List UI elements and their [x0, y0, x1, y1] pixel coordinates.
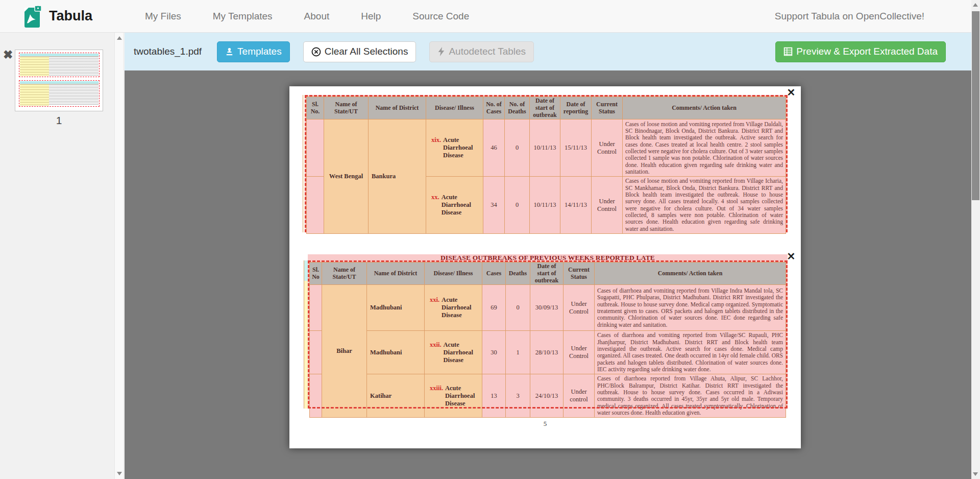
templates-button-label: Templates — [237, 46, 282, 57]
clear-all-selections-button[interactable]: Clear All Selections — [303, 41, 416, 62]
circled-x-icon — [311, 47, 321, 57]
nav-item-my-files[interactable]: My Files — [129, 6, 197, 27]
support-link[interactable]: Support Tabula on OpenCollective! — [775, 11, 924, 22]
cell-deaths: 0 — [506, 285, 530, 331]
cell-district: Madhubani — [367, 331, 425, 374]
tabula-pdf-logo-icon — [22, 5, 43, 28]
cell-disease: xx.Acute Diarrhoeal Disease — [426, 177, 483, 234]
disease-name: Acute Diarrhoeal Disease — [443, 136, 478, 159]
outbreak-table-2: Sl. No Name of State/UT Name of District… — [309, 262, 786, 418]
selection-1-close-icon[interactable]: ✕ — [786, 87, 797, 98]
header-sl-no: Sl. No — [310, 262, 322, 285]
header-cases: No. of Cases — [483, 97, 505, 119]
scroll-up-icon[interactable] — [117, 36, 122, 40]
clear-button-label: Clear All Selections — [325, 46, 408, 57]
autodetect-tables-button[interactable]: Autodetect Tables — [429, 41, 534, 62]
scroll-down-icon[interactable] — [117, 472, 122, 475]
pdf-page-number: 5 — [289, 420, 801, 428]
cell-date-start: 28/10/13 — [530, 331, 564, 374]
cell-status: Under Control — [564, 285, 595, 331]
disease-name: Acute Diarrhoeal Disease — [445, 385, 480, 408]
cell-disease: xix.Acute Diarrhoeal Disease — [426, 119, 483, 177]
header-deaths: No. of Deaths — [505, 97, 530, 119]
table-row: Katihar xxiii.Acute Diarrhoeal Disease 1… — [310, 374, 786, 418]
page-1-thumbnail[interactable] — [15, 50, 103, 111]
row-numeral: xxi. — [430, 296, 439, 319]
table-2-title: DISEASE OUTBREAKS OF PREVIOUS WEEKS REPO… — [308, 254, 788, 262]
preview-export-button[interactable]: Preview & Export Extracted Data — [775, 41, 946, 62]
cell-date-start: 24/10/13 — [530, 374, 564, 418]
cell-comment: Cases of diarrhoea and vomiting reported… — [595, 331, 786, 374]
cell-sl-no — [310, 285, 322, 331]
lightning-bolt-icon — [437, 47, 445, 56]
cell-cases: 13 — [482, 374, 506, 418]
row-numeral: xx. — [431, 194, 439, 217]
cell-comment: Cases of diarrhoea reported from Village… — [595, 374, 786, 418]
table-row: West Bengal Bankura xix.Acute Diarrhoeal… — [307, 119, 786, 177]
thumbnail-selection-2 — [19, 80, 100, 107]
cell-status: Under Control — [592, 119, 623, 177]
window-scrollbar[interactable] — [971, 0, 980, 479]
table-selection-2[interactable]: DISEASE OUTBREAKS OF PREVIOUS WEEKS REPO… — [308, 254, 788, 409]
autodetect-button-label: Autodetect Tables — [449, 46, 526, 57]
cell-state: West Bengal — [324, 119, 369, 234]
header-disease: Disease/ Illness — [426, 97, 483, 119]
nav-item-source-code[interactable]: Source Code — [397, 6, 485, 27]
cell-disease: xxiii.Acute Diarrhoeal Disease — [425, 374, 482, 418]
cell-sl-no — [310, 374, 322, 418]
cell-deaths: 1 — [506, 331, 530, 374]
table-2-header-row: Sl. No Name of State/UT Name of District… — [310, 262, 786, 285]
remove-page-icon[interactable]: ✖ — [3, 49, 13, 61]
outbreak-table-1: Sl. No. Name of State/UT Name of Distric… — [306, 97, 786, 234]
cell-deaths: 3 — [506, 374, 530, 418]
cell-date-start: 10/11/13 — [530, 119, 560, 177]
header-cases: Cases — [482, 262, 506, 285]
cell-district: Bankura — [369, 119, 426, 234]
scrollbar-thumb[interactable] — [972, 11, 979, 200]
header-comments: Comments/ Action taken — [595, 262, 786, 285]
spreadsheet-icon — [783, 47, 793, 56]
pdf-page[interactable]: ✕ ✕ Sl. No. Name of State/UT Name of Dis… — [289, 86, 801, 448]
nav-item-help[interactable]: Help — [345, 6, 397, 27]
row-numeral: xxiii. — [430, 385, 443, 408]
cell-date-reporting: 14/11/13 — [560, 177, 592, 234]
cell-cases: 34 — [483, 177, 505, 234]
cell-deaths: 0 — [505, 119, 530, 177]
scroll-up-icon[interactable] — [973, 3, 978, 7]
cell-date-start: 10/11/13 — [530, 177, 560, 234]
header-state: Name of State/UT — [322, 262, 367, 285]
brand-name: Tabula — [49, 8, 92, 24]
selection-2-close-icon[interactable]: ✕ — [786, 251, 797, 262]
templates-button[interactable]: Templates — [217, 41, 290, 62]
cell-date-reporting: 15/11/13 — [560, 119, 592, 177]
page-thumbnail-sidebar: ✖ 1 — [0, 33, 125, 479]
cell-deaths: 0 — [505, 177, 530, 234]
cell-sl-no — [307, 177, 324, 234]
header-comments: Comments/ Action taken — [623, 97, 786, 119]
cell-cases: 46 — [483, 119, 505, 177]
cell-comment: Cases of loose motion and vomiting repor… — [623, 119, 786, 177]
disease-name: Acute Diarrhoeal Disease — [442, 296, 476, 319]
row-numeral: xxii. — [430, 341, 442, 364]
header-district: Name of District — [369, 97, 426, 119]
nav-item-my-templates[interactable]: My Templates — [197, 6, 288, 27]
scroll-down-icon[interactable] — [973, 472, 978, 476]
pdf-filename: twotables_1.pdf — [134, 46, 202, 57]
header-date-start: Date of start of outbreak — [530, 97, 560, 119]
header-date-reporting: Date of reporting — [560, 97, 592, 119]
nav-item-about[interactable]: About — [288, 6, 346, 27]
table-row: Madhubani xxii.Acute Diarrhoeal Disease … — [310, 331, 786, 374]
sidebar-scrollbar[interactable] — [114, 33, 123, 479]
cell-status: Under Control — [592, 177, 623, 234]
navbar: Tabula My Files My Templates About Help … — [0, 0, 971, 33]
disease-name: Acute Diarrhoeal Disease — [444, 341, 478, 364]
nav-links: My Files My Templates About Help Source … — [129, 6, 485, 27]
header-status: Current Status — [592, 97, 623, 119]
cell-comment: Cases of loose motion and vomiting repor… — [623, 177, 786, 234]
cell-sl-no — [307, 119, 324, 177]
row-numeral: xix. — [431, 136, 441, 159]
table-selection-1[interactable]: Sl. No. Name of State/UT Name of Distric… — [305, 95, 788, 232]
toolbar: twotables_1.pdf Templates Clear All Sele… — [125, 33, 971, 70]
header-disease: Disease/ Illness — [425, 262, 482, 285]
cell-disease: xxii.Acute Diarrhoeal Disease — [425, 331, 482, 374]
